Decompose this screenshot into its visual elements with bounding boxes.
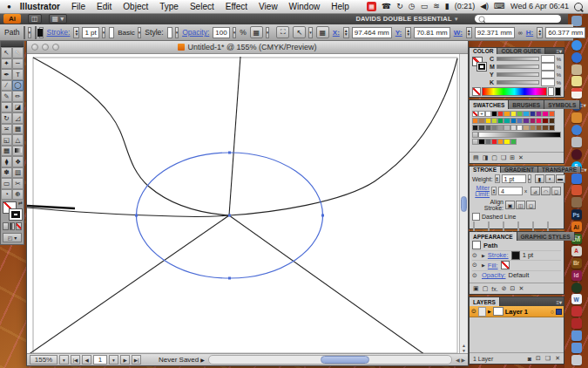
h-stepper[interactable]: ▲▼ bbox=[537, 27, 543, 38]
tab-stroke[interactable]: STROKE bbox=[470, 167, 501, 173]
document-status-text[interactable]: Never Saved bbox=[159, 356, 199, 364]
menu-item-help[interactable]: Help bbox=[331, 2, 349, 11]
vertical-scrollbar[interactable]: ▲▼ bbox=[459, 54, 468, 353]
stroke-color-well[interactable] bbox=[35, 26, 37, 39]
menu-item-select[interactable]: Select bbox=[190, 2, 214, 11]
dock-iphoto[interactable] bbox=[571, 112, 582, 123]
delete-item-button[interactable]: ✕ bbox=[518, 285, 524, 292]
expand-triangle-icon[interactable]: ▶ bbox=[488, 309, 491, 314]
battery-time[interactable]: (0:21) bbox=[455, 0, 476, 13]
swap-fill-stroke-icon[interactable]: ⇄ bbox=[18, 200, 23, 206]
scale-tool[interactable]: ◿ bbox=[12, 112, 24, 124]
ellipse-tool[interactable]: ◯ bbox=[12, 80, 24, 92]
stroke-proxy-swatch[interactable] bbox=[9, 208, 23, 221]
appearance-row-opacity[interactable]: ⊙ Opacity: Default bbox=[472, 271, 561, 281]
dock-folder-2[interactable] bbox=[571, 343, 582, 353]
battery-status-icon[interactable]: ▮ bbox=[445, 0, 449, 13]
color-swatch[interactable] bbox=[478, 139, 484, 145]
tools-panel-header[interactable] bbox=[1, 41, 24, 47]
color-swatch[interactable] bbox=[478, 118, 484, 124]
apple-menu-icon[interactable]: ● bbox=[7, 3, 11, 10]
isolate-selected-object-button[interactable]: ↖ bbox=[293, 26, 306, 38]
color-swatch[interactable] bbox=[491, 118, 497, 124]
layer-name[interactable]: Layer 1 bbox=[505, 308, 528, 316]
visibility-eye-icon[interactable]: ⊙ bbox=[472, 272, 479, 279]
layer-lock-cell[interactable] bbox=[478, 307, 486, 317]
lasso-tool[interactable]: ∽ bbox=[12, 58, 24, 70]
color-swatch[interactable] bbox=[497, 111, 504, 117]
artwork-canvas[interactable] bbox=[27, 54, 462, 353]
color-group-icon[interactable] bbox=[472, 132, 478, 138]
gradient-tool[interactable] bbox=[12, 146, 24, 157]
next-artboard-button[interactable]: ▶ bbox=[120, 355, 130, 365]
color-swatch[interactable] bbox=[504, 118, 510, 124]
shape-builder-tool[interactable]: ◱ bbox=[1, 134, 12, 146]
color-swatch[interactable] bbox=[510, 125, 517, 131]
new-stroke-button[interactable]: ▣ bbox=[473, 285, 479, 292]
display-status-icon[interactable]: ▭ bbox=[421, 0, 429, 13]
color-swatch[interactable] bbox=[491, 111, 497, 117]
panel-menu-icon[interactable]: ≡▾ bbox=[575, 232, 583, 241]
volume-status-icon[interactable]: ◀) bbox=[480, 0, 489, 13]
cap-button-0[interactable]: ▮ bbox=[535, 174, 544, 183]
dock-itunes[interactable] bbox=[571, 52, 582, 63]
chevron-down-icon[interactable]: ▾ bbox=[175, 27, 179, 38]
phone-status-icon[interactable]: ☎ bbox=[382, 0, 391, 13]
blend-tool[interactable]: ❖ bbox=[12, 156, 24, 167]
color-swatch[interactable] bbox=[549, 125, 555, 131]
stroke-attribute-link[interactable]: Stroke: bbox=[488, 251, 509, 259]
color-swatch[interactable] bbox=[523, 118, 529, 124]
color-swatch[interactable] bbox=[549, 111, 555, 117]
color-swatch[interactable] bbox=[523, 111, 529, 117]
new-color-group-button[interactable]: ❏ bbox=[501, 154, 506, 161]
menu-item-type[interactable]: Type bbox=[159, 2, 179, 11]
swatch-libraries-button[interactable]: ▤ bbox=[473, 154, 479, 161]
workspace-switcher[interactable]: DAVIDS DOUBLE ESSENTIAL ▼ bbox=[355, 15, 459, 23]
layer-visibility-eye-icon[interactable]: ⊙ bbox=[471, 308, 476, 315]
color-swatch[interactable] bbox=[530, 111, 536, 117]
horizontal-scrollbar[interactable] bbox=[208, 355, 452, 365]
none-button[interactable] bbox=[16, 222, 22, 230]
stroke-panel-link[interactable]: Stroke: bbox=[47, 28, 71, 37]
tab-brushes[interactable]: BRUSHES bbox=[509, 100, 544, 109]
spotlight-icon[interactable] bbox=[574, 3, 583, 11]
registration-swatch[interactable]: + bbox=[478, 111, 484, 117]
vertical-scrollbar-thumb[interactable] bbox=[461, 196, 467, 212]
color-swatch[interactable] bbox=[523, 125, 529, 131]
document-setup-button[interactable]: ⛶ bbox=[276, 26, 289, 38]
zoom-caret[interactable]: ▾ bbox=[59, 355, 69, 365]
tab-transpare[interactable]: TRANSPARE bbox=[538, 167, 581, 173]
graphic-style-dropdown[interactable] bbox=[167, 27, 172, 38]
new-swatch-button[interactable]: ⊞ bbox=[510, 154, 515, 161]
clear-appearance-button[interactable]: ⊘ bbox=[502, 285, 507, 292]
dock-archive[interactable] bbox=[571, 137, 582, 147]
color-group-icon[interactable] bbox=[472, 139, 478, 145]
color-swatch[interactable] bbox=[536, 118, 542, 124]
layer-row[interactable]: ⊙ ▶ Layer 1 ○ bbox=[470, 306, 564, 317]
cap-button-1[interactable]: ◖ bbox=[545, 174, 555, 183]
tab-color-guide[interactable]: COLOR GUIDE bbox=[497, 48, 545, 54]
fill-color-chip[interactable] bbox=[501, 261, 510, 269]
stroke-color-chip[interactable] bbox=[511, 251, 520, 260]
dock-transmit[interactable] bbox=[571, 125, 582, 135]
zoom-tool[interactable]: ⊕ bbox=[12, 189, 24, 201]
scroll-arrows[interactable]: ▲▼ bbox=[460, 343, 468, 353]
menubar-clock[interactable]: Wed 6 Apr 06:41 bbox=[510, 0, 569, 13]
swatch-options-button[interactable]: ▢ bbox=[491, 154, 497, 161]
white-swatch[interactable] bbox=[548, 87, 554, 96]
expand-triangle-icon[interactable]: ▶ bbox=[482, 262, 485, 268]
channel-slider[interactable] bbox=[497, 72, 539, 77]
constrain-proportions-icon[interactable]: ∞ bbox=[518, 30, 523, 36]
opacity-panel-link[interactable]: Opacity: bbox=[182, 28, 209, 37]
arrange-documents-button[interactable]: ▦ ▾ bbox=[49, 14, 68, 24]
color-swatch[interactable] bbox=[542, 125, 548, 131]
first-artboard-button[interactable]: |◀ bbox=[71, 355, 80, 365]
color-swatch[interactable] bbox=[497, 118, 504, 124]
symbol-sprayer-tool[interactable]: ✽ bbox=[1, 167, 12, 179]
timemachine-status-icon[interactable]: ◷ bbox=[409, 0, 416, 13]
weight-field[interactable]: 1 pt bbox=[502, 174, 526, 183]
appearance-row-path[interactable]: Path bbox=[472, 241, 561, 251]
color-swatch[interactable] bbox=[491, 139, 497, 145]
chevron-down-icon[interactable]: ▾ bbox=[528, 174, 531, 183]
layer-target-icon[interactable]: ○ bbox=[551, 309, 554, 315]
